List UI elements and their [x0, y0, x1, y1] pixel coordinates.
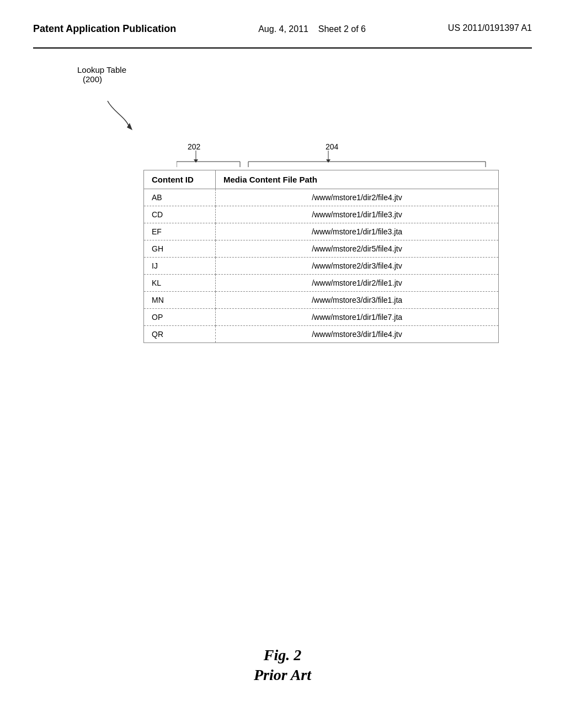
lookup-arrow-svg	[97, 71, 163, 131]
column-labels-area: 202 204	[177, 142, 532, 170]
publication-title-text: Patent Application Publication	[33, 23, 176, 34]
table-row: IJ/www/mstore2/dir3/file4.jtv	[144, 257, 499, 274]
content-id-cell: GH	[144, 240, 216, 257]
col-204-label: 204	[326, 142, 338, 151]
patent-number-text: US 2011/0191397 A1	[448, 23, 532, 33]
svg-marker-10	[326, 159, 331, 163]
file-path-cell: /www/mstore1/dir2/file4.jtv	[216, 189, 499, 206]
file-path-cell: /www/mstore3/dir3/file1.jta	[216, 291, 499, 308]
col-202-label: 202	[188, 142, 200, 151]
table-row: OP/www/mstore1/dir1/file7.jta	[144, 308, 499, 325]
file-path-cell: /www/mstore1/dir1/file7.jta	[216, 308, 499, 325]
content-id-cell: IJ	[144, 257, 216, 274]
sheet-info: Sheet 2 of 6	[318, 24, 366, 34]
content-id-cell: QR	[144, 325, 216, 342]
table-row: MN/www/mstore3/dir3/file1.jta	[144, 291, 499, 308]
figure-caption: Fig. 2 Prior Art	[0, 646, 565, 684]
file-path-cell: /www/mstore2/dir5/file4.jtv	[216, 240, 499, 257]
content-id-cell: MN	[144, 291, 216, 308]
svg-marker-5	[194, 159, 198, 163]
file-path-cell: /www/mstore2/dir3/file4.jtv	[216, 257, 499, 274]
data-table: Content ID Media Content File Path AB/ww…	[143, 170, 499, 343]
file-path-cell: /www/mstore1/dir1/file3.jtv	[216, 206, 499, 223]
page-header: Patent Application Publication Aug. 4, 2…	[33, 22, 532, 49]
content-id-cell: EF	[144, 223, 216, 240]
file-path-cell: /www/mstore1/dir1/file3.jta	[216, 223, 499, 240]
content-id-cell: OP	[144, 308, 216, 325]
patent-number: US 2011/0191397 A1	[448, 22, 532, 34]
file-path-cell: /www/mstore1/dir2/file1.jtv	[216, 274, 499, 291]
content-id-cell: CD	[144, 206, 216, 223]
header-date-sheet: Aug. 4, 2011 Sheet 2 of 6	[258, 22, 366, 36]
content-id-cell: KL	[144, 274, 216, 291]
content-id-cell: AB	[144, 189, 216, 206]
figure-title: Fig. 2	[0, 646, 565, 664]
table-row: CD/www/mstore1/dir1/file3.jtv	[144, 206, 499, 223]
figure-subtitle: Prior Art	[0, 666, 565, 684]
table-row: KL/www/mstore1/dir2/file1.jtv	[144, 274, 499, 291]
publication-date: Aug. 4, 2011	[258, 24, 308, 34]
table-row: QR/www/mstore3/dir1/file4.jtv	[144, 325, 499, 342]
table-row: GH/www/mstore2/dir5/file4.jtv	[144, 240, 499, 257]
table-row: EF/www/mstore1/dir1/file3.jta	[144, 223, 499, 240]
table-row: AB/www/mstore1/dir2/file4.jtv	[144, 189, 499, 206]
file-path-cell: /www/mstore3/dir1/file4.jtv	[216, 325, 499, 342]
lookup-table: Content ID Media Content File Path AB/ww…	[143, 170, 499, 343]
bracket-lines	[177, 151, 508, 178]
publication-title: Patent Application Publication	[33, 22, 176, 36]
